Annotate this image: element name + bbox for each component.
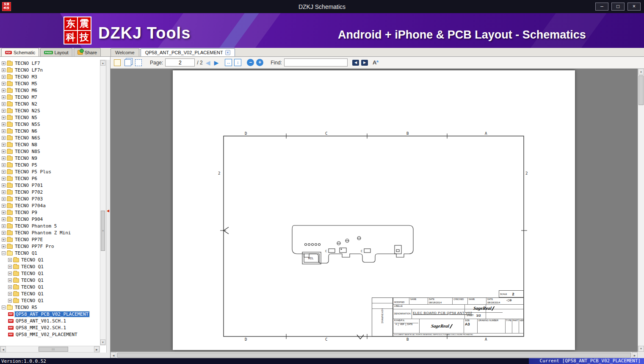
tree-item-folder[interactable]: +TECNO LF7 <box>0 60 100 67</box>
page-number-input[interactable] <box>165 58 195 67</box>
sidebar-vertical-scrollbar[interactable]: ▲ ▼ ≡ <box>100 60 106 345</box>
scroll-down-button[interactable]: ▼ <box>100 339 105 345</box>
expand-icon[interactable]: + <box>2 211 6 214</box>
tree-item-document[interactable]: PDFQP58_MMI_V02.SCH.1 <box>0 324 100 331</box>
tree-item-folder[interactable]: +TECNO Q1 <box>0 297 100 304</box>
copy-pages-icon[interactable] <box>124 59 131 66</box>
expand-icon[interactable]: + <box>2 190 6 194</box>
collapse-icon[interactable]: − <box>2 251 6 255</box>
scrollbar-thumb[interactable] <box>117 353 631 358</box>
zoom-out-button[interactable]: − <box>247 59 254 66</box>
tree-item-folder[interactable]: +TECNO P5 Plus <box>0 168 100 175</box>
expand-icon[interactable]: + <box>2 231 6 235</box>
expand-icon[interactable]: + <box>2 224 6 228</box>
scroll-left-button[interactable]: ◀ <box>111 352 116 358</box>
expand-icon[interactable]: + <box>8 272 12 275</box>
tree-item-folder[interactable]: +TECNO N6S <box>0 134 100 141</box>
tree-item-folder[interactable]: +TECNO PP7F Pro <box>0 243 100 250</box>
tree-item-document[interactable]: PDFQP58_ANT_V01.SCH.1 <box>0 317 100 324</box>
tab-welcome[interactable]: Welcome <box>111 48 139 56</box>
tab-share[interactable]: Share <box>74 48 101 56</box>
tree-item-folder[interactable]: +TECNO Q1 <box>0 270 100 277</box>
tree-item-folder[interactable]: +TECNO N5S <box>0 121 100 128</box>
expand-icon[interactable]: + <box>8 265 12 269</box>
scroll-left-button[interactable]: ◀ <box>0 346 6 352</box>
expand-icon[interactable]: + <box>2 177 6 181</box>
expand-icon[interactable]: + <box>2 129 6 133</box>
tree-item-folder[interactable]: +TECNO LF7n <box>0 67 100 73</box>
expand-icon[interactable]: + <box>2 89 6 92</box>
snapshot-icon[interactable] <box>135 59 142 66</box>
tree-item-folder[interactable]: +TECNO P703 <box>0 195 100 202</box>
expand-icon[interactable]: + <box>2 217 6 221</box>
expand-icon[interactable]: + <box>2 61 6 65</box>
previous-page-button[interactable]: ◀ <box>205 60 211 66</box>
sidebar-splitter[interactable]: ◀ <box>106 60 110 353</box>
expand-icon[interactable]: + <box>2 197 6 201</box>
tree-item-folder[interactable]: +TECNO Q1 <box>0 256 100 263</box>
scroll-up-button[interactable]: ▲ <box>638 69 644 75</box>
fit-page-button[interactable]: ↕ <box>234 59 241 66</box>
expand-icon[interactable]: + <box>2 204 6 208</box>
tree-item-folder[interactable]: +TECNO N6 <box>0 128 100 134</box>
scroll-right-button[interactable]: ▶ <box>632 352 638 358</box>
pdf-viewer[interactable]: D C B A D C B A 2 2 <box>111 69 638 352</box>
tree-item-folder[interactable]: +TECNO Phantom Z Mini <box>0 229 100 236</box>
tree-item-folder[interactable]: +TECNO N8 <box>0 141 100 148</box>
expand-icon[interactable]: + <box>2 136 6 140</box>
expand-icon[interactable]: + <box>2 116 6 119</box>
tab-layout[interactable]: PADS Layout <box>40 48 72 56</box>
tree-item-folder[interactable]: −TECNO R5 <box>0 304 100 311</box>
tree-item-folder[interactable]: +TECNO N9 <box>0 155 100 161</box>
expand-icon[interactable]: + <box>2 245 6 248</box>
expand-icon[interactable]: + <box>2 163 6 167</box>
expand-icon[interactable]: + <box>2 122 6 126</box>
close-tab-icon[interactable]: × <box>225 50 230 55</box>
find-next-button[interactable]: ▶ <box>361 60 368 66</box>
expand-icon[interactable]: + <box>2 109 6 113</box>
expand-icon[interactable]: + <box>2 75 6 79</box>
tree-item-folder[interactable]: +TECNO Q1 <box>0 263 100 270</box>
viewer-horizontal-scrollbar[interactable]: ◀ ▶ <box>111 352 638 358</box>
expand-icon[interactable]: + <box>2 150 6 153</box>
collapse-icon[interactable]: − <box>2 306 6 309</box>
expand-icon[interactable]: + <box>2 156 6 160</box>
tree-item-folder[interactable]: +TECNO Q1 <box>0 283 100 290</box>
tree-item-folder[interactable]: +TECNO M5 <box>0 80 100 87</box>
tree-item-folder[interactable]: +TECNO Q1 <box>0 290 100 297</box>
tree-item-folder[interactable]: +TECNO N8S <box>0 148 100 155</box>
viewer-vertical-scrollbar[interactable]: ▲ ▼ <box>638 69 644 352</box>
tree-item-folder[interactable]: +TECNO P701 <box>0 182 100 189</box>
tree-item-document[interactable]: PDFQP58_ANT_PCB_V02_PLACEMENT <box>0 311 100 317</box>
tree-item-folder[interactable]: +TECNO M6 <box>0 87 100 94</box>
tree-item-folder[interactable]: +TECNO P704a <box>0 202 100 209</box>
expand-icon[interactable]: + <box>8 292 12 296</box>
find-previous-button[interactable]: ◀ <box>352 60 359 66</box>
tree-item-folder[interactable]: +TECNO M3 <box>0 73 100 80</box>
expand-icon[interactable]: + <box>2 183 6 187</box>
tree-item-folder[interactable]: +TECNO PP7E <box>0 236 100 243</box>
tab-schematic[interactable]: PDF Schematic <box>1 48 39 56</box>
tree-item-folder[interactable]: +TECNO Q1 <box>0 277 100 283</box>
tree-item-folder[interactable]: +TECNO Phantom 5 <box>0 222 100 229</box>
maximize-button[interactable]: □ <box>611 3 625 11</box>
fit-width-button[interactable]: ↔ <box>225 59 232 66</box>
scroll-up-button[interactable]: ▲ <box>100 60 105 66</box>
expand-icon[interactable]: + <box>2 143 6 147</box>
expand-icon[interactable]: + <box>2 102 6 106</box>
expand-icon[interactable]: + <box>8 299 12 303</box>
scrollbar-thumb[interactable]: ||| <box>39 347 68 352</box>
tree-item-folder[interactable]: +TECNO N2S <box>0 107 100 114</box>
zoom-in-button[interactable]: + <box>256 59 263 66</box>
minimize-button[interactable]: – <box>595 3 608 11</box>
scrollbar-thumb[interactable]: ≡ <box>101 211 105 251</box>
scroll-down-button[interactable]: ▼ <box>638 346 644 352</box>
close-button[interactable]: × <box>627 3 641 11</box>
scrollbar-thumb[interactable] <box>638 75 644 105</box>
expand-icon[interactable]: + <box>8 285 12 289</box>
sidebar-horizontal-scrollbar[interactable]: ◀ ▶ ||| <box>0 346 100 353</box>
tree-item-folder[interactable]: −TECNO Q1 <box>0 250 100 256</box>
collapse-sidebar-icon[interactable]: ◀ <box>107 209 109 213</box>
expand-icon[interactable]: + <box>2 82 6 86</box>
tree-item-folder[interactable]: +TECNO P9 <box>0 209 100 216</box>
